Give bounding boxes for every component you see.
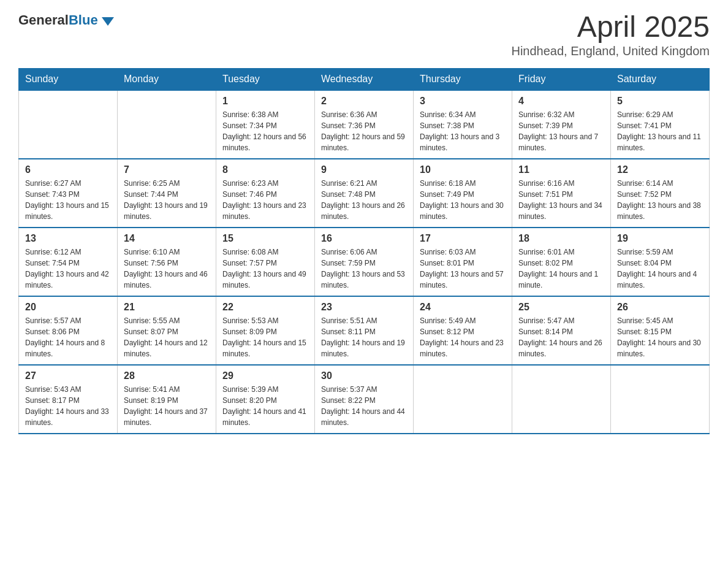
calendar-cell: 24Sunrise: 5:49 AM Sunset: 8:12 PM Dayli… xyxy=(414,296,512,365)
calendar-week-1: 1Sunrise: 6:38 AM Sunset: 7:34 PM Daylig… xyxy=(19,90,710,159)
day-number: 2 xyxy=(321,96,407,107)
day-number: 1 xyxy=(222,96,308,107)
calendar-cell: 16Sunrise: 6:06 AM Sunset: 7:59 PM Dayli… xyxy=(315,228,414,296)
day-info: Sunrise: 5:49 AM Sunset: 8:12 PM Dayligh… xyxy=(420,315,506,359)
weekday-header-sunday: Sunday xyxy=(19,69,118,91)
day-number: 6 xyxy=(25,164,111,175)
calendar-cell: 7Sunrise: 6:25 AM Sunset: 7:44 PM Daylig… xyxy=(118,159,216,228)
day-number: 10 xyxy=(420,164,506,175)
day-info: Sunrise: 5:57 AM Sunset: 8:06 PM Dayligh… xyxy=(25,315,111,359)
day-info: Sunrise: 5:45 AM Sunset: 8:15 PM Dayligh… xyxy=(617,315,703,359)
calendar-table: SundayMondayTuesdayWednesdayThursdayFrid… xyxy=(18,68,710,434)
day-info: Sunrise: 6:25 AM Sunset: 7:44 PM Dayligh… xyxy=(124,178,210,222)
day-number: 13 xyxy=(25,233,111,244)
day-number: 12 xyxy=(617,164,703,175)
day-info: Sunrise: 5:51 AM Sunset: 8:11 PM Dayligh… xyxy=(321,315,407,359)
day-info: Sunrise: 6:36 AM Sunset: 7:36 PM Dayligh… xyxy=(321,109,407,153)
logo-text: GeneralBlue xyxy=(18,12,98,28)
day-number: 28 xyxy=(124,370,210,381)
calendar-cell: 12Sunrise: 6:14 AM Sunset: 7:52 PM Dayli… xyxy=(611,159,710,228)
day-number: 18 xyxy=(518,233,604,244)
calendar-week-4: 20Sunrise: 5:57 AM Sunset: 8:06 PM Dayli… xyxy=(19,296,710,365)
month-title: April 2025 xyxy=(511,12,710,42)
day-info: Sunrise: 6:38 AM Sunset: 7:34 PM Dayligh… xyxy=(222,109,308,153)
day-number: 21 xyxy=(124,302,210,313)
calendar-cell: 25Sunrise: 5:47 AM Sunset: 8:14 PM Dayli… xyxy=(512,296,611,365)
day-info: Sunrise: 6:32 AM Sunset: 7:39 PM Dayligh… xyxy=(518,109,604,153)
day-info: Sunrise: 6:16 AM Sunset: 7:51 PM Dayligh… xyxy=(518,178,604,222)
day-number: 4 xyxy=(518,96,604,107)
calendar-week-5: 27Sunrise: 5:43 AM Sunset: 8:17 PM Dayli… xyxy=(19,365,710,434)
calendar-cell: 19Sunrise: 5:59 AM Sunset: 8:04 PM Dayli… xyxy=(611,228,710,296)
calendar-cell: 4Sunrise: 6:32 AM Sunset: 7:39 PM Daylig… xyxy=(512,90,611,159)
day-number: 11 xyxy=(518,164,604,175)
day-number: 17 xyxy=(420,233,506,244)
day-number: 15 xyxy=(222,233,308,244)
calendar-cell: 10Sunrise: 6:18 AM Sunset: 7:49 PM Dayli… xyxy=(414,159,512,228)
day-info: Sunrise: 6:23 AM Sunset: 7:46 PM Dayligh… xyxy=(222,178,308,222)
title-section: April 2025 Hindhead, England, United Kin… xyxy=(511,12,710,58)
calendar-cell: 28Sunrise: 5:41 AM Sunset: 8:19 PM Dayli… xyxy=(118,365,216,434)
calendar-cell: 11Sunrise: 6:16 AM Sunset: 7:51 PM Dayli… xyxy=(512,159,611,228)
calendar-cell: 23Sunrise: 5:51 AM Sunset: 8:11 PM Dayli… xyxy=(315,296,414,365)
day-info: Sunrise: 5:43 AM Sunset: 8:17 PM Dayligh… xyxy=(25,384,111,428)
day-info: Sunrise: 5:37 AM Sunset: 8:22 PM Dayligh… xyxy=(321,384,407,428)
day-info: Sunrise: 6:27 AM Sunset: 7:43 PM Dayligh… xyxy=(25,178,111,222)
location: Hindhead, England, United Kingdom xyxy=(511,44,710,58)
calendar-cell: 29Sunrise: 5:39 AM Sunset: 8:20 PM Dayli… xyxy=(216,365,315,434)
calendar-cell: 14Sunrise: 6:10 AM Sunset: 7:56 PM Dayli… xyxy=(118,228,216,296)
calendar-cell: 8Sunrise: 6:23 AM Sunset: 7:46 PM Daylig… xyxy=(216,159,315,228)
calendar-cell xyxy=(118,90,216,159)
calendar-cell: 30Sunrise: 5:37 AM Sunset: 8:22 PM Dayli… xyxy=(315,365,414,434)
day-info: Sunrise: 6:06 AM Sunset: 7:59 PM Dayligh… xyxy=(321,247,407,291)
day-info: Sunrise: 6:14 AM Sunset: 7:52 PM Dayligh… xyxy=(617,178,703,222)
calendar-header: SundayMondayTuesdayWednesdayThursdayFrid… xyxy=(19,69,710,91)
day-info: Sunrise: 6:03 AM Sunset: 8:01 PM Dayligh… xyxy=(420,247,506,291)
calendar-cell: 9Sunrise: 6:21 AM Sunset: 7:48 PM Daylig… xyxy=(315,159,414,228)
calendar-body: 1Sunrise: 6:38 AM Sunset: 7:34 PM Daylig… xyxy=(19,90,710,434)
page-header: GeneralBlue April 2025 Hindhead, England… xyxy=(18,12,710,58)
logo-general: General xyxy=(18,12,69,28)
day-info: Sunrise: 6:10 AM Sunset: 7:56 PM Dayligh… xyxy=(124,247,210,291)
calendar-cell: 2Sunrise: 6:36 AM Sunset: 7:36 PM Daylig… xyxy=(315,90,414,159)
day-number: 20 xyxy=(25,302,111,313)
day-number: 8 xyxy=(222,164,308,175)
calendar-cell: 22Sunrise: 5:53 AM Sunset: 8:09 PM Dayli… xyxy=(216,296,315,365)
calendar-cell: 15Sunrise: 6:08 AM Sunset: 7:57 PM Dayli… xyxy=(216,228,315,296)
weekday-header-thursday: Thursday xyxy=(414,69,512,91)
calendar-cell: 27Sunrise: 5:43 AM Sunset: 8:17 PM Dayli… xyxy=(19,365,118,434)
day-info: Sunrise: 6:29 AM Sunset: 7:41 PM Dayligh… xyxy=(617,109,703,153)
calendar-cell: 5Sunrise: 6:29 AM Sunset: 7:41 PM Daylig… xyxy=(611,90,710,159)
day-info: Sunrise: 6:34 AM Sunset: 7:38 PM Dayligh… xyxy=(420,109,506,153)
day-info: Sunrise: 5:39 AM Sunset: 8:20 PM Dayligh… xyxy=(222,384,308,428)
calendar-cell: 1Sunrise: 6:38 AM Sunset: 7:34 PM Daylig… xyxy=(216,90,315,159)
day-number: 23 xyxy=(321,302,407,313)
logo-blue: Blue xyxy=(69,12,98,28)
logo-triangle-icon xyxy=(102,17,114,26)
day-number: 30 xyxy=(321,370,407,381)
day-number: 22 xyxy=(222,302,308,313)
logo: GeneralBlue xyxy=(18,12,114,28)
day-info: Sunrise: 6:08 AM Sunset: 7:57 PM Dayligh… xyxy=(222,247,308,291)
day-info: Sunrise: 6:21 AM Sunset: 7:48 PM Dayligh… xyxy=(321,178,407,222)
day-info: Sunrise: 5:55 AM Sunset: 8:07 PM Dayligh… xyxy=(124,315,210,359)
day-number: 7 xyxy=(124,164,210,175)
calendar-cell xyxy=(512,365,611,434)
day-number: 16 xyxy=(321,233,407,244)
day-number: 26 xyxy=(617,302,703,313)
day-number: 29 xyxy=(222,370,308,381)
day-info: Sunrise: 5:41 AM Sunset: 8:19 PM Dayligh… xyxy=(124,384,210,428)
day-number: 14 xyxy=(124,233,210,244)
weekday-header-row: SundayMondayTuesdayWednesdayThursdayFrid… xyxy=(19,69,710,91)
weekday-header-saturday: Saturday xyxy=(611,69,710,91)
calendar-cell: 3Sunrise: 6:34 AM Sunset: 7:38 PM Daylig… xyxy=(414,90,512,159)
calendar-week-3: 13Sunrise: 6:12 AM Sunset: 7:54 PM Dayli… xyxy=(19,228,710,296)
day-info: Sunrise: 5:53 AM Sunset: 8:09 PM Dayligh… xyxy=(222,315,308,359)
calendar-cell: 13Sunrise: 6:12 AM Sunset: 7:54 PM Dayli… xyxy=(19,228,118,296)
calendar-cell: 20Sunrise: 5:57 AM Sunset: 8:06 PM Dayli… xyxy=(19,296,118,365)
weekday-header-wednesday: Wednesday xyxy=(315,69,414,91)
day-number: 9 xyxy=(321,164,407,175)
weekday-header-monday: Monday xyxy=(118,69,216,91)
day-number: 24 xyxy=(420,302,506,313)
calendar-cell xyxy=(414,365,512,434)
